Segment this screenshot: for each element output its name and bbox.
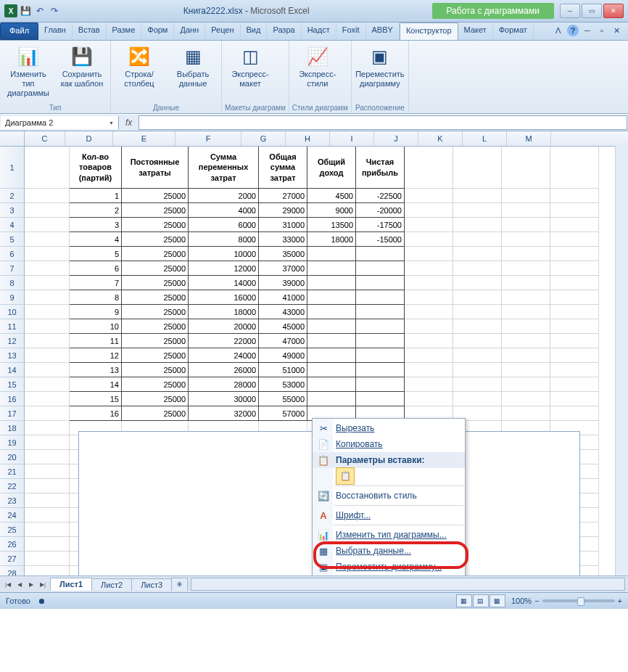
tab-chart-design[interactable]: Конструктор — [400, 22, 458, 40]
select-data-button[interactable]: ▦ Выбрать данные — [168, 44, 218, 90]
empty-cell[interactable] — [25, 537, 70, 552]
row-header[interactable]: 20 — [0, 450, 25, 464]
data-cell[interactable] — [356, 305, 405, 319]
data-cell[interactable]: 24000 — [189, 348, 259, 363]
data-cell[interactable] — [453, 392, 502, 406]
data-cell[interactable] — [550, 392, 599, 406]
col-header-J[interactable]: J — [374, 131, 418, 146]
data-cell[interactable] — [550, 218, 599, 232]
doc-restore-icon[interactable]: ▫ — [596, 25, 608, 36]
row-header[interactable]: 5 — [0, 232, 25, 247]
data-cell[interactable] — [25, 377, 70, 392]
data-cell[interactable]: 8000 — [189, 232, 259, 247]
header-cell[interactable]: Кол-во товаров (партий) — [70, 147, 122, 189]
data-cell[interactable]: 8 — [70, 290, 122, 305]
data-cell[interactable]: 4000 — [189, 203, 259, 218]
data-cell[interactable] — [405, 377, 453, 392]
data-cell[interactable] — [453, 348, 502, 363]
data-cell[interactable] — [356, 377, 405, 392]
data-cell[interactable]: 25000 — [122, 232, 189, 247]
macro-record-icon[interactable]: ⏺ — [38, 597, 46, 605]
data-cell[interactable] — [453, 377, 502, 392]
data-cell[interactable] — [502, 377, 550, 392]
data-cell[interactable]: 35000 — [259, 247, 307, 261]
cm-select-data[interactable]: ▦Выбрать данные... — [313, 543, 465, 559]
data-cell[interactable] — [502, 276, 550, 290]
data-cell[interactable]: 25000 — [122, 261, 189, 276]
data-cell[interactable] — [550, 261, 599, 276]
row-header[interactable]: 6 — [0, 247, 25, 261]
change-chart-type-button[interactable]: 📊 Изменить тип диаграммы — [3, 44, 54, 100]
data-cell[interactable]: 25000 — [122, 305, 189, 319]
row-header[interactable]: 21 — [0, 464, 25, 479]
data-cell[interactable] — [405, 348, 453, 363]
data-cell[interactable]: 25000 — [122, 247, 189, 261]
data-cell[interactable] — [356, 261, 405, 276]
data-cell[interactable]: 18000 — [307, 232, 356, 247]
undo-icon[interactable]: ↶ — [33, 4, 46, 17]
view-page-layout-icon[interactable]: ▤ — [473, 594, 489, 607]
data-cell[interactable] — [502, 203, 550, 218]
data-cell[interactable]: 41000 — [259, 290, 307, 305]
row-header[interactable]: 16 — [0, 392, 25, 406]
header-cell[interactable]: Общая сумма затрат — [259, 147, 307, 189]
data-cell[interactable] — [405, 363, 453, 377]
data-cell[interactable] — [356, 392, 405, 406]
data-cell[interactable]: 29000 — [259, 203, 307, 218]
data-cell[interactable] — [307, 363, 356, 377]
row-header[interactable]: 17 — [0, 406, 25, 421]
col-header-C[interactable]: C — [25, 131, 65, 146]
data-cell[interactable]: 43000 — [259, 305, 307, 319]
data-cell[interactable]: 11 — [70, 334, 122, 348]
sheet-tab-2[interactable]: Лист2 — [91, 578, 132, 591]
col-header-I[interactable]: I — [330, 131, 374, 146]
data-cell[interactable]: 33000 — [259, 232, 307, 247]
data-cell[interactable] — [25, 319, 70, 334]
col-header-D[interactable]: D — [65, 131, 113, 146]
data-cell[interactable]: 25000 — [122, 319, 189, 334]
data-cell[interactable] — [307, 305, 356, 319]
data-cell[interactable] — [502, 348, 550, 363]
data-cell[interactable]: 22000 — [189, 334, 259, 348]
tab-view[interactable]: Вид — [241, 22, 268, 40]
header-cell[interactable]: Постоянные затраты — [122, 147, 189, 189]
data-cell[interactable]: 32000 — [189, 406, 259, 421]
data-cell[interactable] — [356, 319, 405, 334]
data-cell[interactable]: 7 — [70, 276, 122, 290]
data-cell[interactable] — [453, 232, 502, 247]
data-cell[interactable] — [502, 392, 550, 406]
row-header[interactable]: 14 — [0, 363, 25, 377]
data-cell[interactable] — [550, 290, 599, 305]
data-cell[interactable] — [550, 406, 599, 421]
col-header-K[interactable]: K — [418, 131, 463, 146]
col-header-G[interactable]: G — [241, 131, 286, 146]
data-cell[interactable]: 25000 — [122, 276, 189, 290]
tab-review[interactable]: Рецен — [205, 22, 240, 40]
header-cell[interactable]: Общий доход — [307, 147, 356, 189]
header-cell[interactable] — [453, 147, 502, 189]
data-cell[interactable] — [453, 203, 502, 218]
data-cell[interactable] — [453, 363, 502, 377]
tab-insert[interactable]: Встав — [73, 22, 107, 40]
data-cell[interactable] — [25, 247, 70, 261]
data-cell[interactable] — [405, 218, 453, 232]
data-cell[interactable] — [502, 290, 550, 305]
data-cell[interactable]: 4 — [70, 232, 122, 247]
fx-label[interactable]: fx — [120, 118, 138, 128]
empty-cell[interactable] — [25, 435, 70, 450]
data-cell[interactable]: 25000 — [122, 348, 189, 363]
cm-paste-option[interactable]: 📋 — [313, 468, 465, 484]
data-cell[interactable] — [502, 232, 550, 247]
col-header-F[interactable]: F — [175, 131, 241, 146]
help-icon[interactable]: ? — [567, 25, 579, 36]
vertical-scrollbar[interactable] — [615, 146, 628, 575]
data-cell[interactable] — [502, 319, 550, 334]
data-cell[interactable]: 2 — [70, 203, 122, 218]
data-cell[interactable] — [25, 203, 70, 218]
data-cell[interactable] — [502, 406, 550, 421]
tab-data[interactable]: Данн — [174, 22, 205, 40]
data-cell[interactable] — [25, 290, 70, 305]
data-cell[interactable]: 5 — [70, 247, 122, 261]
tab-chart-format[interactable]: Формат — [493, 22, 534, 40]
data-cell[interactable] — [307, 319, 356, 334]
